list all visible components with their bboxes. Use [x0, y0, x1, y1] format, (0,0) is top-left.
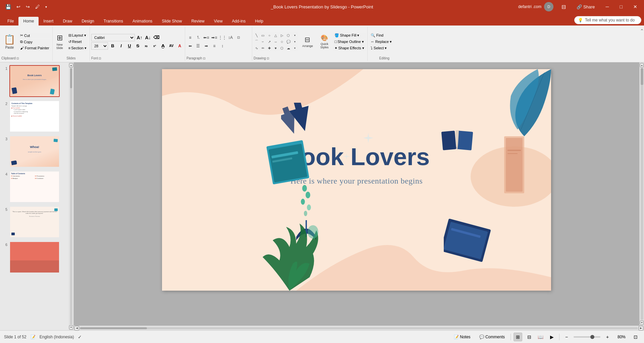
shape-hex-button[interactable]: ⬡	[279, 45, 285, 51]
normal-view-button[interactable]: ⊞	[514, 333, 522, 341]
align-center-button[interactable]: ☰	[195, 42, 202, 50]
tab-slideshow[interactable]: Slide Show	[157, 17, 186, 26]
numbering-button[interactable]: ⒈	[195, 34, 202, 41]
slide-thumb-3[interactable]: Whoa! sample text here goes	[9, 136, 60, 167]
tab-insert[interactable]: Insert	[39, 17, 58, 26]
shape-outline-button[interactable]: □ Shape Outline ▾	[333, 39, 366, 45]
align-right-button[interactable]: ➡	[203, 42, 210, 50]
copy-button[interactable]: ⧉ Copy	[18, 39, 51, 45]
tab-animations[interactable]: Animations	[128, 17, 157, 26]
strikethrough-button[interactable]: S	[134, 42, 142, 50]
h-scroll-thumb[interactable]	[80, 327, 147, 329]
reading-view-button[interactable]: 📖	[536, 333, 545, 341]
font-size-select[interactable]: 28	[91, 42, 108, 50]
paragraph-expand-icon[interactable]: ⊡	[203, 57, 206, 60]
tab-addins[interactable]: Add-ins	[227, 17, 251, 26]
bold-button[interactable]: B	[109, 42, 116, 50]
tab-file[interactable]: File	[3, 17, 18, 26]
zoom-thumb[interactable]	[590, 335, 594, 339]
tab-draw[interactable]: Draw	[58, 17, 77, 26]
clear-format-button[interactable]: ⌫	[153, 34, 160, 41]
slide-thumb-2[interactable]: Contents of This Template Sample title t…	[9, 100, 60, 132]
tab-design[interactable]: Design	[77, 17, 99, 26]
indent-decrease-button[interactable]: ⬅≡	[203, 34, 210, 41]
slide-sorter-button[interactable]: ⊟	[525, 333, 534, 341]
user-avatar[interactable]: D	[544, 2, 553, 11]
comments-button[interactable]: 💬 Comments	[476, 334, 508, 340]
tab-view[interactable]: View	[209, 17, 227, 26]
slide-item-5[interactable]: 5 "This is a quote. Words full of wisdom…	[1, 205, 67, 239]
shape-freeform-button[interactable]: ✏	[260, 45, 266, 51]
shape-star-button[interactable]: ☆	[279, 39, 285, 45]
slide-item-6[interactable]: 6	[1, 241, 67, 274]
select-button[interactable]: ⤵ Select ▾	[369, 45, 389, 51]
tell-me-search[interactable]: 💡 Tell me what you want to do	[574, 16, 641, 24]
clipboard-expand-icon[interactable]: ⊡	[16, 57, 19, 60]
find-button[interactable]: 🔍 Find	[369, 33, 385, 38]
layout-button[interactable]: ⊟ Layout ▾	[67, 33, 88, 38]
slide-item-3[interactable]: 3 Whoa! sample text here goes	[1, 135, 67, 168]
paste-button[interactable]: 📋 Paste	[1, 33, 18, 51]
arrange-button[interactable]: ⊟ Arrange	[299, 33, 316, 50]
tab-home[interactable]: Home	[18, 17, 39, 26]
shape-line-button[interactable]: ╲	[254, 32, 260, 38]
shadow-button[interactable]: A̲	[159, 42, 167, 50]
section-button[interactable]: ≡ Section ▾	[67, 45, 88, 51]
shape-effects-button[interactable]: ✦ Shape Effects ▾	[333, 45, 366, 51]
indent-increase-button[interactable]: ➡≡	[211, 34, 218, 41]
convert-smartart-button[interactable]: ⊡	[235, 34, 242, 41]
canvas-scroll-up[interactable]: ▲	[640, 63, 644, 67]
cut-button[interactable]: ✂ Cut	[18, 33, 51, 38]
canvas-scroll-left[interactable]: ◀	[74, 326, 79, 331]
shape-trap-button[interactable]: ⬡	[285, 32, 291, 38]
slide-scroll-up[interactable]: ▲	[69, 63, 73, 67]
shape-more-button[interactable]: ▾	[292, 32, 298, 38]
ribbon-collapse-arrow[interactable]: ⌃	[640, 28, 644, 34]
font-decrease-button[interactable]: A↓	[144, 34, 152, 41]
zoom-out-button[interactable]: −	[562, 333, 571, 341]
charspace-button[interactable]: AV	[168, 42, 175, 50]
share-button[interactable]: 🔗 Share	[574, 4, 597, 10]
canvas-scroll-down[interactable]: ▼	[640, 321, 644, 325]
shape-more3-button[interactable]: ▾	[292, 45, 298, 51]
ribbon-collapse-button[interactable]: ⊟	[559, 3, 569, 11]
fit-slide-button[interactable]: ⊡	[631, 333, 640, 341]
maximize-button[interactable]: □	[617, 3, 625, 10]
text-direction-button[interactable]: ↕A	[227, 34, 234, 41]
canvas-scroll-right[interactable]: ▶	[639, 326, 643, 331]
shape-rect-button[interactable]: ▭	[260, 32, 266, 38]
slide-scroll-thumb[interactable]	[70, 68, 72, 88]
undo-button[interactable]: ↩	[15, 3, 22, 10]
shape-squig-button[interactable]: ∿	[254, 45, 260, 51]
canvas-scroll-thumb[interactable]	[641, 68, 643, 85]
slide-item-1[interactable]: 1 Book Lovers Here is where your present…	[1, 64, 67, 98]
tab-help[interactable]: Help	[250, 17, 268, 26]
slide-scroll-down[interactable]: ▼	[69, 325, 73, 330]
quick-styles-button[interactable]: 🎨 QuickStyles	[317, 33, 332, 50]
bullets-button[interactable]: ≡	[186, 34, 194, 41]
slide-item-4[interactable]: 4 Table of Contents 01 Introduction 02 P…	[1, 170, 67, 203]
subscript-button[interactable]: x₂	[143, 42, 150, 50]
slideshow-button[interactable]: ▶	[548, 333, 556, 341]
shape-tri-button[interactable]: △	[273, 32, 279, 38]
tab-transitions[interactable]: Transitions	[99, 17, 128, 26]
format-painter-button[interactable]: 🖌 Format Painter	[18, 45, 51, 51]
shape-arc-button[interactable]: ⌒	[254, 39, 260, 45]
shape-cloud-button[interactable]: ☁	[285, 45, 291, 51]
font-expand-icon[interactable]: ⊡	[99, 57, 101, 60]
shape-circle-button[interactable]: ○	[266, 32, 272, 38]
line-spacing-button[interactable]: ↕	[219, 42, 226, 50]
minimize-button[interactable]: ─	[603, 3, 612, 10]
slide-thumb-5[interactable]: "This is a quote. Words full of wisdom t…	[9, 206, 60, 238]
zoom-percent[interactable]: 80%	[614, 334, 629, 340]
shape-para-button[interactable]: ▷	[279, 32, 285, 38]
shape-cross-button[interactable]: ✚	[266, 45, 272, 51]
replace-button[interactable]: ↔ Replace ▾	[369, 39, 393, 45]
drawing-expand-icon[interactable]: ⊡	[267, 57, 269, 60]
shape-bend-button[interactable]: ⌣	[260, 39, 266, 45]
redo-button[interactable]: ↪	[24, 3, 31, 10]
align-left-button[interactable]: ⬅	[186, 42, 194, 50]
italic-button[interactable]: I	[117, 42, 125, 50]
font-color-button[interactable]: A	[176, 42, 183, 50]
slide-item-2[interactable]: 2 Contents of This Template Sample title…	[1, 100, 67, 133]
